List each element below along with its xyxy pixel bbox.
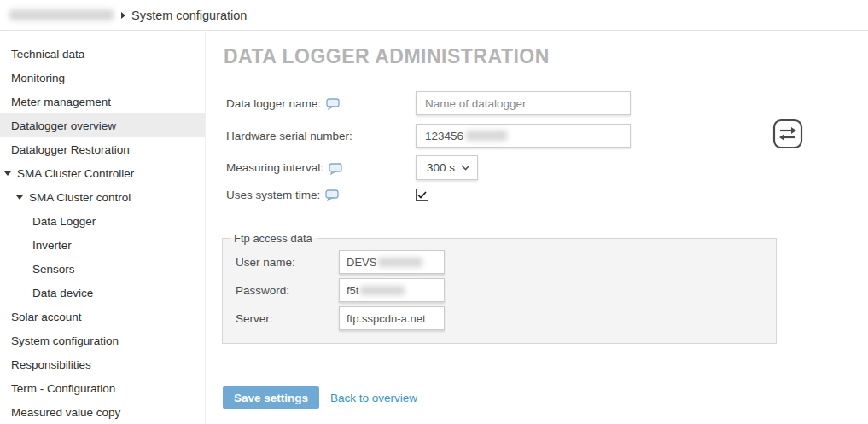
back-to-overview-link[interactable]: Back to overview bbox=[330, 392, 417, 404]
sidebar-item-label: Datalogger overview bbox=[11, 119, 116, 132]
sidebar-item-label: Meter management bbox=[11, 96, 111, 108]
sidebar-item-label: System configuration bbox=[11, 334, 119, 347]
hardware-serial-input[interactable]: 123456 bbox=[416, 124, 631, 148]
ftp-access-fieldset: Ftp access data User name: DEVS Password… bbox=[222, 232, 777, 344]
form-row-data-logger-name: Data logger name: bbox=[226, 91, 631, 115]
user-name-label: User name: bbox=[236, 256, 339, 269]
sidebar-item-label: Data device bbox=[32, 287, 93, 299]
server-label: Server: bbox=[236, 312, 339, 325]
sidebar-item-label: Measured value copy bbox=[11, 406, 120, 419]
sidebar-item-label: Datalogger Restoration bbox=[11, 143, 130, 156]
triangle-down-icon bbox=[4, 171, 11, 176]
redacted-serial-suffix bbox=[466, 131, 507, 141]
redacted-site-name[interactable] bbox=[9, 9, 114, 20]
sidebar-item-measured-value-copy[interactable]: Measured value copy bbox=[0, 400, 205, 424]
transfer-arrows-icon[interactable] bbox=[772, 119, 803, 149]
ftp-row-user-name: User name: DEVS bbox=[236, 250, 776, 274]
password-input[interactable]: f5t bbox=[339, 278, 445, 302]
redacted-password-suffix bbox=[360, 286, 405, 295]
help-bubble-icon[interactable] bbox=[329, 163, 343, 175]
form-row-uses-system-time: Uses system time: bbox=[226, 188, 428, 201]
triangle-down-icon bbox=[16, 195, 23, 200]
password-label: Password: bbox=[236, 284, 339, 297]
chevron-right-icon bbox=[121, 12, 125, 19]
measuring-interval-label: Measuring interval: bbox=[226, 161, 323, 174]
sidebar-item-datalogger-restoration[interactable]: Datalogger Restoration bbox=[0, 137, 205, 161]
sidebar-item-sma-cluster-controller[interactable]: SMA Cluster Controller bbox=[0, 161, 205, 185]
sidebar-item-label: Data Logger bbox=[32, 215, 96, 228]
measuring-interval-select[interactable]: 300 s bbox=[416, 155, 478, 180]
sidebar-item-label: Term - Configuration bbox=[11, 382, 115, 395]
form-row-hardware-serial: Hardware serial number: 123456 bbox=[226, 124, 631, 148]
sidebar-item-label: Responsibilities bbox=[11, 358, 91, 371]
sidebar-item-technical-data[interactable]: Technical data bbox=[0, 42, 205, 66]
sidebar-item-label: Sensors bbox=[32, 263, 75, 276]
breadcrumb-current: System configuration bbox=[131, 9, 247, 22]
save-settings-button[interactable]: Save settings bbox=[223, 386, 319, 409]
sidebar-item-data-logger[interactable]: Data Logger bbox=[0, 209, 205, 233]
sidebar-item-sma-cluster-control[interactable]: SMA Cluster control bbox=[0, 185, 205, 209]
action-bar: Save settings Back to overview bbox=[223, 386, 417, 409]
ftp-row-password: Password: f5t bbox=[236, 278, 776, 302]
data-logger-name-label: Data logger name: bbox=[226, 97, 321, 110]
sidebar-item-system-configuration[interactable]: System configuration bbox=[0, 328, 205, 352]
breadcrumb: System configuration bbox=[0, 0, 868, 31]
sidebar-item-term-configuration[interactable]: Term - Configuration bbox=[0, 376, 205, 400]
sidebar-item-inverter[interactable]: Inverter bbox=[0, 233, 205, 257]
sidebar-item-label: Technical data bbox=[11, 48, 84, 61]
measuring-interval-value: 300 s bbox=[427, 161, 455, 174]
sidebar-item-label: Monitoring bbox=[11, 72, 65, 84]
main-content: DATA LOGGER ADMINISTRATION Data logger n… bbox=[206, 31, 868, 424]
sidebar-item-label: SMA Cluster control bbox=[29, 191, 131, 204]
ftp-access-legend: Ftp access data bbox=[230, 232, 317, 245]
sidebar-item-label: Inverter bbox=[32, 239, 72, 252]
sidebar-item-label: SMA Cluster Controller bbox=[17, 167, 134, 180]
user-name-value: DEVS bbox=[347, 256, 376, 269]
password-value: f5t bbox=[347, 284, 358, 297]
sidebar-item-monitoring[interactable]: Monitoring bbox=[0, 66, 205, 90]
server-value: ftp.sspcdn-a.net bbox=[347, 312, 426, 325]
sidebar-item-responsibilities[interactable]: Responsibilities bbox=[0, 352, 205, 376]
uses-system-time-checkbox[interactable] bbox=[416, 189, 428, 201]
sidebar-nav: Technical data Monitoring Meter manageme… bbox=[0, 31, 206, 424]
sidebar-item-datalogger-overview[interactable]: Datalogger overview bbox=[0, 113, 205, 137]
sidebar-item-solar-account[interactable]: Solar account bbox=[0, 305, 205, 328]
help-bubble-icon[interactable] bbox=[325, 189, 340, 201]
server-input[interactable]: ftp.sspcdn-a.net bbox=[339, 306, 445, 330]
hardware-serial-label: Hardware serial number: bbox=[226, 130, 352, 142]
uses-system-time-label: Uses system time: bbox=[226, 189, 320, 201]
sidebar-item-label: Solar account bbox=[11, 311, 82, 323]
chevron-down-icon bbox=[461, 165, 470, 171]
ftp-row-server: Server: ftp.sspcdn-a.net bbox=[236, 306, 776, 330]
page-title: DATA LOGGER ADMINISTRATION bbox=[224, 45, 550, 68]
user-name-input[interactable]: DEVS bbox=[339, 250, 445, 274]
sidebar-item-meter-management[interactable]: Meter management bbox=[0, 90, 205, 113]
sidebar-item-sensors[interactable]: Sensors bbox=[0, 257, 205, 281]
sidebar-item-data-device[interactable]: Data device bbox=[0, 281, 205, 305]
hardware-serial-value: 123456 bbox=[425, 130, 463, 142]
data-logger-name-input[interactable] bbox=[416, 91, 631, 115]
checkmark-icon bbox=[417, 191, 427, 199]
redacted-user-name-suffix bbox=[378, 258, 422, 267]
form-row-measuring-interval: Measuring interval: 300 s bbox=[226, 155, 478, 180]
help-bubble-icon[interactable] bbox=[326, 98, 341, 110]
